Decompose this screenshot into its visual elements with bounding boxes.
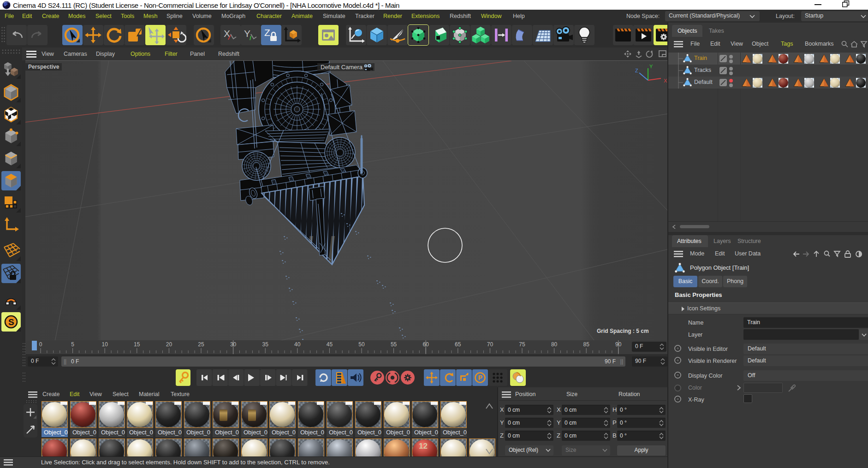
- svg-text:P: P: [478, 374, 482, 381]
- svg-text:65: 65: [455, 341, 461, 348]
- svg-text:Z: Z: [264, 27, 270, 38]
- svg-text:5: 5: [71, 341, 74, 348]
- svg-text:70: 70: [487, 341, 493, 348]
- svg-text:Z: Z: [635, 68, 638, 73]
- svg-text:50: 50: [358, 341, 365, 348]
- svg-text:S: S: [8, 317, 14, 327]
- svg-text:60: 60: [423, 341, 429, 348]
- svg-text:10: 10: [102, 341, 108, 348]
- svg-text:X: X: [664, 78, 667, 83]
- svg-text:Y: Y: [649, 64, 653, 69]
- svg-text:40: 40: [294, 341, 301, 348]
- svg-text:45: 45: [327, 341, 333, 348]
- svg-text:35: 35: [262, 341, 269, 348]
- svg-text:55: 55: [391, 341, 397, 348]
- svg-text:30: 30: [230, 341, 237, 348]
- svg-text:Y: Y: [244, 28, 250, 39]
- svg-text:80: 80: [551, 341, 558, 348]
- svg-text:75: 75: [519, 341, 525, 348]
- svg-text:0: 0: [39, 341, 42, 348]
- svg-text:25: 25: [198, 341, 204, 348]
- svg-text:85: 85: [583, 341, 590, 348]
- svg-text:20: 20: [166, 341, 172, 348]
- svg-text:15: 15: [134, 341, 140, 348]
- svg-text:90: 90: [615, 341, 622, 348]
